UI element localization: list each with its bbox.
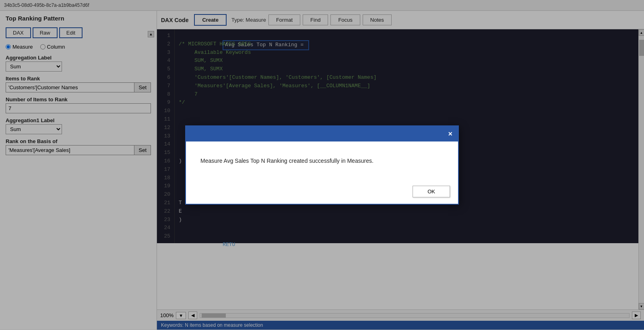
modal-footer: OK	[186, 182, 458, 204]
modal-body: Measure Avg Sales Top N Ranking created …	[186, 141, 458, 182]
modal-message: Measure Avg Sales Top N Ranking created …	[200, 158, 374, 164]
modal-ok-button[interactable]: OK	[413, 186, 450, 197]
modal-overlay: × Measure Avg Sales Top N Ranking create…	[0, 0, 644, 330]
modal-close-button[interactable]: ×	[448, 130, 452, 137]
modal-dialog: × Measure Avg Sales Top N Ranking create…	[185, 125, 459, 205]
modal-header: ×	[186, 126, 458, 141]
